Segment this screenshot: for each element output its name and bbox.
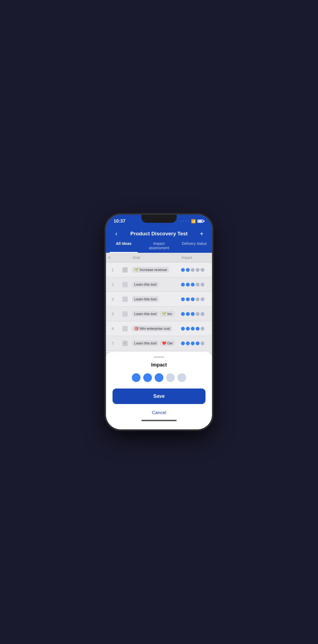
impact-dot [186,312,190,316]
cancel-button[interactable]: Cancel [113,408,205,418]
row-goal[interactable]: Learn this tool❤️Del [130,339,179,348]
row-number: 1 [106,266,120,274]
impact-dot [196,283,199,286]
goal-tag: 🎯Win enterprise cust [132,326,172,331]
row-goal[interactable]: 🎯Win enterprise cust [130,324,179,333]
impact-dot [201,327,204,331]
sheet-handle [154,356,164,358]
impact-dot [181,297,185,301]
app-header: ‹ Product Discovery Test + [106,226,212,239]
row-goal[interactable]: Learn this tool [130,280,179,289]
impact-dot [181,341,185,345]
impact-dot [196,341,199,345]
row-checkbox[interactable] [120,295,130,304]
impact-dot [191,341,195,345]
impact-dot [201,297,204,301]
tab-all-ideas[interactable]: All ideas [106,239,141,253]
table-row[interactable]: 1✓🌱Increase revenue [106,263,212,277]
impact-dot [186,341,190,345]
table-row[interactable]: 6🎯Win enterprise cust [106,321,212,336]
home-indicator [141,420,177,421]
impact-dot [181,312,185,316]
impact-dot [186,327,190,331]
row-goal[interactable]: 🌱Increase revenue [130,265,179,274]
sheet-impact-dot[interactable] [177,373,186,382]
row-number: 2 [106,281,120,288]
impact-dot [196,297,199,301]
table-row[interactable]: 7✓Learn this tool❤️Del [106,336,212,351]
notch [141,215,177,223]
save-button[interactable]: Save [113,389,205,404]
impact-dot [186,268,190,272]
phone-frame: 10:37 · · · · 📶 ‹ Product Discovery Test… [106,215,212,429]
impact-dot [196,268,199,272]
row-number: 3 [106,295,120,303]
row-checkbox[interactable]: ✓ [120,266,130,274]
wifi-icon: 📶 [191,219,196,223]
impact-dot [186,283,190,286]
row-number: 7 [106,340,120,347]
status-icons: · · · · 📶 [180,219,204,223]
row-impact[interactable] [179,339,212,348]
row-impact[interactable] [179,280,212,289]
impact-dot [196,312,199,316]
phone-screen: 10:37 · · · · 📶 ‹ Product Discovery Test… [106,215,212,429]
col-impact: Impact [179,254,212,261]
impact-dot [201,268,204,272]
table-row[interactable]: 5Learn this tool🌱Inc [106,307,212,321]
bottom-sheet: Impact Save Cancel [106,352,212,429]
sheet-title: Impact [113,362,205,368]
table-row[interactable]: 8✓🏆Become a top rated [106,351,212,352]
row-number: 6 [106,325,120,332]
goal-tag: Learn this tool [132,282,159,287]
tab-delivery-status[interactable]: Delivery status [177,239,212,253]
col-goal: Goal [130,254,179,261]
row-impact[interactable] [179,265,212,275]
table-area: # Goal Impact 1✓🌱Increase revenue2Learn … [106,253,212,352]
table-row[interactable]: 2Learn this tool [106,277,212,292]
table-header: # Goal Impact [106,253,212,263]
row-checkbox[interactable]: ✓ [120,339,130,348]
goal-tag: 🌱Inc [160,311,174,317]
row-impact[interactable] [179,309,212,319]
row-checkbox[interactable] [120,310,130,318]
impact-dot [191,268,195,272]
back-button[interactable]: ‹ [111,229,121,239]
sheet-impact-dot[interactable] [132,373,141,382]
impact-dot [186,297,190,301]
battery-icon [197,220,204,223]
impact-dot [201,312,204,316]
impact-dot [191,312,195,316]
table-body: 1✓🌱Increase revenue2Learn this tool3Lear… [106,263,212,352]
impact-dot [181,283,185,286]
row-checkbox[interactable] [120,280,130,289]
tab-impact-assessment[interactable]: Impact assessment [141,239,177,253]
impact-dot [181,268,185,272]
impact-dot [191,283,195,286]
impact-dot [201,283,204,286]
impact-dot [196,327,199,331]
col-checkbox [120,254,130,261]
impact-dot [191,297,195,301]
sheet-impact-dot[interactable] [166,373,175,382]
sheet-impact-dot[interactable] [143,373,152,382]
row-goal[interactable]: Learn this tool [130,295,179,304]
goal-tag: 🌱Increase revenue [132,267,169,273]
impact-dot [201,341,204,345]
row-impact[interactable] [179,295,212,304]
tabs: All ideas Impact assessment Delivery sta… [106,239,212,253]
time-display: 10:37 [114,218,125,224]
col-number: # [106,254,120,261]
row-goal[interactable]: Learn this tool🌱Inc [130,309,179,318]
goal-tag: ❤️Del [160,340,175,346]
row-impact[interactable] [179,324,212,333]
goal-tag: Learn this tool [132,340,159,346]
table-row[interactable]: 3Learn this tool [106,292,212,307]
row-checkbox[interactable] [120,324,130,333]
impact-selector[interactable] [113,373,205,382]
sheet-impact-dot[interactable] [155,373,163,382]
impact-dot [191,327,195,331]
impact-dot [181,327,185,331]
header-title: Product Discovery Test [121,231,197,237]
add-button[interactable]: + [197,229,207,239]
